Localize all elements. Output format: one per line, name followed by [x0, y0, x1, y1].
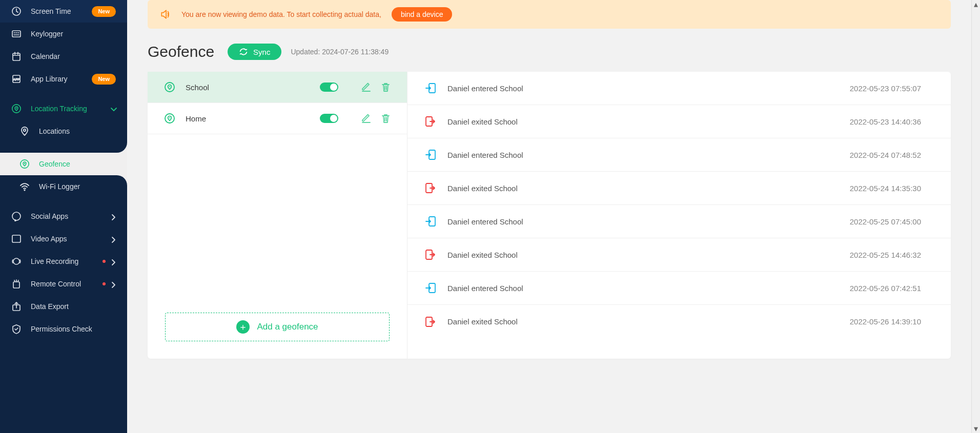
chevron-right-icon	[110, 213, 116, 219]
event-text: Daniel entered School	[447, 217, 850, 226]
edit-icon[interactable]	[361, 82, 371, 92]
sidebar: Screen Time New Keylogger Calendar App L…	[0, 0, 127, 433]
geofence-toggle[interactable]	[320, 83, 338, 92]
sync-icon	[239, 47, 248, 56]
sidebar-section-video-apps[interactable]: Video Apps	[0, 228, 127, 250]
sidebar-item-geofence[interactable]: Geofence	[0, 153, 127, 175]
record-icon	[11, 256, 22, 266]
alert-dot	[103, 282, 106, 285]
chevron-down-icon	[110, 106, 116, 112]
updated-text: Updated: 2024-07-26 11:38:49	[291, 48, 389, 56]
event-text: Daniel entered School	[447, 151, 850, 159]
event-list: Daniel entered School2022-05-23 07:55:07…	[407, 72, 951, 359]
geofence-pin-icon	[164, 81, 175, 93]
megaphone-icon	[160, 9, 171, 20]
event-text: Daniel entered School	[447, 284, 850, 293]
enter-icon	[425, 216, 436, 227]
geofence-row[interactable]: School	[148, 72, 407, 103]
sidebar-item-screen-time[interactable]: Screen Time New	[0, 0, 127, 23]
sidebar-item-data-export[interactable]: Data Export	[0, 295, 127, 318]
shield-icon	[11, 324, 22, 334]
sidebar-item-app-library[interactable]: App Library New	[0, 68, 127, 90]
new-badge: New	[92, 74, 116, 85]
geofence-toggle[interactable]	[320, 114, 338, 123]
sidebar-item-locations[interactable]: Locations	[0, 120, 127, 142]
sidebar-item-label: Keylogger	[31, 30, 116, 38]
clock-icon	[11, 6, 22, 16]
edit-icon[interactable]	[361, 113, 371, 123]
sync-button[interactable]: Sync	[228, 44, 281, 60]
sidebar-item-label: Geofence	[39, 160, 70, 168]
chevron-right-icon	[110, 258, 116, 264]
sidebar-item-label: Wi-Fi Logger	[39, 182, 116, 191]
event-time: 2022-05-23 14:40:36	[850, 117, 921, 126]
geofence-panel: SchoolHome ＋ Add a geofence Daniel enter…	[148, 72, 951, 359]
event-row: Daniel entered School2022-05-25 07:45:00	[407, 205, 951, 238]
plus-icon: ＋	[236, 320, 250, 334]
event-time: 2022-05-25 14:46:32	[850, 251, 921, 259]
chevron-right-icon	[110, 281, 116, 287]
sidebar-section-live-recording[interactable]: Live Recording	[0, 250, 127, 273]
sidebar-item-keylogger[interactable]: Keylogger	[0, 23, 127, 45]
event-text: Daniel entered School	[447, 84, 850, 93]
sidebar-item-label: Locations	[39, 127, 116, 135]
enter-icon	[425, 149, 436, 160]
alert-dot	[103, 260, 106, 263]
sidebar-item-label: Location Tracking	[31, 105, 110, 113]
sidebar-item-label: Data Export	[31, 302, 116, 311]
geofence-icon	[19, 159, 30, 169]
chat-icon	[11, 211, 22, 221]
event-row: Daniel entered School2022-05-24 07:48:52	[407, 138, 951, 172]
apps-icon	[11, 74, 22, 84]
exit-icon	[425, 182, 436, 194]
sidebar-item-label: Live Recording	[31, 257, 103, 265]
sidebar-item-permissions-check[interactable]: Permissions Check	[0, 318, 127, 340]
remote-icon	[11, 279, 22, 289]
event-text: Daniel exited School	[447, 184, 850, 193]
add-geofence-button[interactable]: ＋ Add a geofence	[165, 313, 390, 341]
event-time: 2022-05-26 14:39:10	[850, 317, 921, 326]
video-icon	[11, 234, 22, 244]
event-time: 2022-05-24 14:35:30	[850, 184, 921, 193]
exit-icon	[425, 116, 436, 127]
enter-icon	[425, 83, 436, 94]
event-text: Daniel exited School	[447, 117, 850, 126]
sidebar-item-calendar[interactable]: Calendar	[0, 45, 127, 68]
keyboard-icon	[11, 29, 22, 39]
enter-icon	[425, 282, 436, 294]
event-time: 2022-05-26 07:42:51	[850, 284, 921, 293]
event-row: Daniel exited School2022-05-24 14:35:30	[407, 172, 951, 205]
sidebar-item-label: Remote Control	[31, 280, 103, 288]
sidebar-item-label: Permissions Check	[31, 325, 116, 333]
event-time: 2022-05-23 07:55:07	[850, 84, 921, 93]
geofence-pin-icon	[164, 113, 175, 124]
sync-label: Sync	[253, 48, 270, 56]
event-row: Daniel entered School2022-05-26 07:42:51	[407, 272, 951, 305]
event-text: Daniel exited School	[447, 317, 850, 326]
sidebar-item-label: App Library	[31, 75, 92, 83]
trash-icon[interactable]	[380, 113, 391, 123]
event-row: Daniel exited School2022-05-23 14:40:36	[407, 105, 951, 138]
geofence-row[interactable]: Home	[148, 103, 407, 134]
sidebar-item-wifi-logger[interactable]: Wi-Fi Logger	[0, 175, 127, 198]
sidebar-section-remote-control[interactable]: Remote Control	[0, 273, 127, 295]
page-header: Geofence Sync Updated: 2024-07-26 11:38:…	[148, 43, 951, 60]
main-content: You are now viewing demo data. To start …	[127, 0, 971, 433]
new-badge: New	[92, 6, 116, 17]
chevron-right-icon	[110, 236, 116, 242]
sidebar-section-location-tracking[interactable]: Location Tracking	[0, 97, 127, 120]
page-scrollbar[interactable]: ▴ ▾	[971, 0, 980, 433]
geofence-name: School	[186, 83, 320, 92]
event-row: Daniel exited School2022-05-26 14:39:10	[407, 305, 951, 338]
event-text: Daniel exited School	[447, 251, 850, 259]
sidebar-item-label: Calendar	[31, 52, 116, 60]
demo-data-banner: You are now viewing demo data. To start …	[148, 0, 951, 29]
target-icon	[11, 104, 22, 114]
sidebar-section-social-apps[interactable]: Social Apps	[0, 205, 127, 228]
exit-icon	[425, 316, 436, 327]
add-geofence-label: Add a geofence	[257, 322, 318, 332]
bind-device-button[interactable]: bind a device	[392, 7, 453, 22]
sidebar-item-label: Screen Time	[31, 7, 92, 15]
event-row: Daniel exited School2022-05-25 14:46:32	[407, 238, 951, 272]
trash-icon[interactable]	[380, 82, 391, 92]
